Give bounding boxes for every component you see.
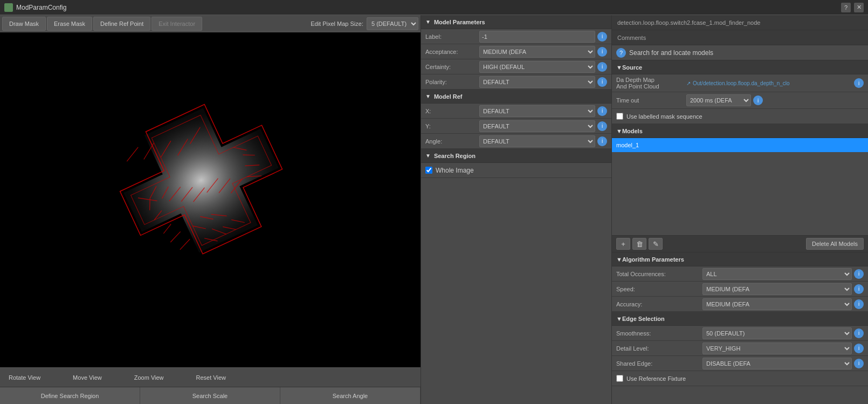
accuracy-row: Accuracy: MEDIUM (DEFA i — [612, 297, 868, 312]
viewport — [0, 32, 421, 367]
define-search-region-button[interactable]: Define Search Region — [0, 387, 140, 405]
total-occurrences-label: Total Occurrences: — [616, 271, 702, 277]
model-ref-angle-row: Angle: DEFAULT i — [421, 134, 611, 149]
model-ref-title: Model Ref — [434, 93, 463, 100]
certainty-select[interactable]: HIGH (DEFAUL — [479, 61, 595, 73]
model-ref-y-row: Y: DEFAULT i — [421, 119, 611, 134]
exit-interactor-button[interactable]: Exit Interactor — [151, 17, 202, 31]
add-model-button[interactable]: + — [616, 238, 630, 250]
model-ref-y-icon[interactable]: i — [597, 121, 607, 131]
model-ref-x-row: X: DEFAULT i — [421, 104, 611, 119]
accuracy-icon[interactable]: i — [854, 299, 864, 309]
smoothness-icon[interactable]: i — [854, 328, 864, 338]
accuracy-select[interactable]: MEDIUM (DEFA — [702, 298, 852, 310]
whole-image-checkbox[interactable] — [425, 167, 432, 174]
help-icon[interactable]: ? — [616, 48, 626, 58]
delete-all-models-button[interactable]: Delete All Models — [806, 238, 864, 250]
smoothness-select[interactable]: 50 (DEFAULT) — [702, 327, 852, 339]
total-occurrences-icon[interactable]: i — [854, 269, 864, 279]
use-reference-fixture-label: Use Reference Fixture — [626, 375, 686, 382]
edit-model-button[interactable]: ✎ — [649, 238, 663, 250]
detail-level-label: Detail Level: — [616, 345, 702, 352]
rotate-view-button[interactable]: Rotate View — [9, 374, 40, 381]
view-controls: Rotate View Move View Zoom View Reset Vi… — [0, 367, 421, 387]
model-item[interactable]: model_1 — [612, 138, 868, 152]
draw-mask-button[interactable]: Draw Mask — [2, 17, 46, 31]
detail-level-icon[interactable]: i — [854, 344, 864, 353]
depth-map-icon[interactable]: i — [854, 78, 864, 88]
speed-row: Speed: MEDIUM (DEFA i — [612, 282, 868, 297]
search-region-header[interactable]: ▼ Search Region — [421, 149, 611, 163]
model-parameters-header[interactable]: ▼ Model Parameters — [421, 15, 611, 29]
timeout-value: 2000 ms (DEFA i — [686, 94, 864, 106]
detail-level-select[interactable]: VERY_HIGH — [702, 343, 852, 354]
labelled-mask-checkbox[interactable] — [616, 113, 623, 120]
model-ref-angle-select[interactable]: DEFAULT — [479, 135, 595, 147]
depth-map-link-prefix: ↗ — [686, 80, 691, 86]
algorithm-params-arrow: ▼ — [616, 256, 622, 263]
depth-map-value: ↗ Out/detection.loop.floop.da_depth_n_cl… — [686, 78, 864, 88]
timeout-select[interactable]: 2000 ms (DEFA — [686, 94, 751, 106]
source-header[interactable]: ▼ Source — [612, 60, 868, 74]
models-arrow: ▼ — [616, 128, 622, 134]
pixel-map-label: Edit Pixel Map Size: — [311, 20, 363, 27]
model-item-label: model_1 — [616, 142, 639, 148]
model-ref-angle-icon[interactable]: i — [597, 136, 607, 146]
model-ref-arrow: ▼ — [425, 93, 431, 99]
speed-select[interactable]: MEDIUM (DEFA — [702, 283, 852, 295]
depth-map-row: Da Depth Map And Point Cloud ↗ Out/detec… — [612, 74, 868, 92]
depth-map-label: Da Depth Map And Point Cloud — [616, 77, 686, 90]
whole-image-label: Whole Image — [436, 167, 474, 174]
timeout-icon[interactable]: i — [753, 95, 763, 105]
certainty-row: Certainty: HIGH (DEFAUL i — [421, 59, 611, 74]
use-reference-fixture-checkbox[interactable] — [616, 375, 623, 382]
models-toolbar: + 🗑 ✎ Delete All Models — [612, 235, 868, 252]
model-ref-x-icon[interactable]: i — [597, 106, 607, 116]
bottom-toolbar: Define Search Region Search Scale Search… — [0, 387, 421, 404]
mid-panel: ▼ Model Parameters Label: i Acceptance: … — [421, 15, 612, 404]
search-scale-button[interactable]: Search Scale — [140, 387, 280, 405]
move-view-button[interactable]: Move View — [73, 374, 102, 381]
source-title: Source — [622, 64, 642, 71]
algorithm-params-header[interactable]: ▼ Algorithm Parameters — [612, 252, 868, 266]
model-ref-y-value: DEFAULT i — [479, 120, 607, 132]
zoom-view-button[interactable]: Zoom View — [134, 374, 164, 381]
help-button[interactable]: ? — [841, 3, 851, 12]
define-ref-point-button[interactable]: Define Ref Point — [93, 17, 150, 31]
label-row: Label: i — [421, 29, 611, 44]
acceptance-info-icon[interactable]: i — [597, 47, 607, 57]
erase-mask-button[interactable]: Erase Mask — [47, 17, 92, 31]
model-ref-header[interactable]: ▼ Model Ref — [421, 90, 611, 104]
smoothness-label: Smoothness: — [616, 330, 702, 337]
title-bar: ModParamConfig ? ✕ — [0, 0, 868, 15]
models-header[interactable]: ▼ Models — [612, 124, 868, 138]
polarity-info-icon[interactable]: i — [597, 77, 607, 87]
delete-model-button[interactable]: 🗑 — [632, 238, 646, 250]
polarity-select[interactable]: DEFAULT — [479, 76, 595, 88]
speed-label: Speed: — [616, 286, 702, 292]
whole-image-row: Whole Image — [421, 163, 611, 178]
acceptance-param-value: MEDIUM (DEFA i — [479, 46, 607, 58]
pixel-map-select[interactable]: 5 (DEFAULT) — [367, 17, 418, 30]
edge-selection-header[interactable]: ▼ Edge Selection — [612, 312, 868, 326]
label-param-label: Label: — [425, 33, 479, 40]
left-panel: Draw Mask Erase Mask Define Ref Point Ex… — [0, 15, 421, 404]
model-ref-y-select[interactable]: DEFAULT — [479, 120, 595, 132]
shared-edge-select[interactable]: DISABLE (DEFA — [702, 358, 852, 369]
app-icon — [4, 3, 13, 12]
close-button[interactable]: ✕ — [854, 3, 864, 12]
speed-icon[interactable]: i — [854, 284, 864, 294]
model-ref-x-select[interactable]: DEFAULT — [479, 105, 595, 117]
shared-edge-row: Shared Edge: DISABLE (DEFA i — [612, 356, 868, 371]
label-input[interactable] — [479, 31, 595, 43]
total-occurrences-select[interactable]: ALL — [702, 268, 852, 280]
help-row: ? Search for and locate models — [612, 45, 868, 60]
certainty-info-icon[interactable]: i — [597, 62, 607, 72]
reset-view-button[interactable]: Reset View — [196, 374, 226, 381]
label-info-icon[interactable]: i — [597, 32, 607, 42]
accuracy-label: Accuracy: — [616, 301, 702, 307]
acceptance-select[interactable]: MEDIUM (DEFA — [479, 46, 595, 58]
shared-edge-icon[interactable]: i — [854, 359, 864, 368]
search-region-title: Search Region — [434, 153, 476, 159]
search-angle-button[interactable]: Search Angle — [280, 387, 421, 405]
